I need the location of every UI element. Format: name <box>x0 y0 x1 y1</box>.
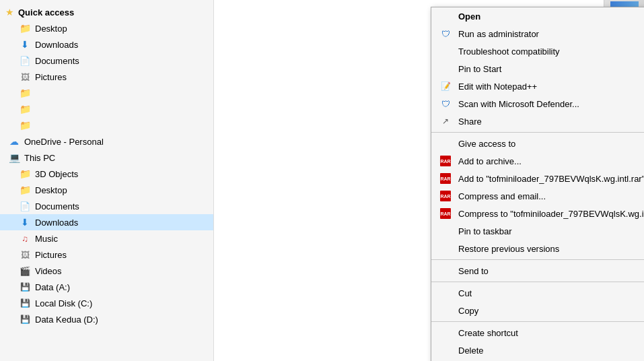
cm-separator <box>431 259 644 260</box>
cm-troubleshoot[interactable]: Troubleshoot compatibility <box>431 42 644 60</box>
cm-item-label: Scan with Microsoft Defender... <box>458 99 579 109</box>
sidebar-item-downloads-qa[interactable]: ⬇ Downloads <box>0 36 213 53</box>
cm-give-access[interactable]: Give access to ▶ <box>431 135 644 152</box>
folder-icon: 📁 <box>19 168 31 180</box>
cm-edit-notepad[interactable]: 📝 Edit with Notepad++ <box>431 77 644 95</box>
cm-item-label: Open <box>458 11 480 22</box>
drive-icon: 💾 <box>19 297 31 309</box>
document-icon: 📄 <box>19 200 31 212</box>
cm-share[interactable]: ↗ Share <box>431 112 644 130</box>
cm-cut[interactable]: Cut <box>431 284 644 302</box>
cm-item-label: Restore previous versions <box>458 244 559 254</box>
sidebar-item-desktop-qa[interactable]: 📁 Desktop <box>0 20 213 36</box>
sidebar-item-videos[interactable]: 🎬 Videos <box>0 263 213 279</box>
cm-item-label: Compress and email... <box>458 191 546 201</box>
sidebar-item-documents-pc[interactable]: 📄 Documents <box>0 198 213 214</box>
pictures-icon: 🖼 <box>19 249 31 261</box>
cm-item-label: Send to <box>458 266 489 276</box>
folder-icon: 📁 <box>19 22 31 34</box>
computer-icon: 💻 <box>8 152 20 164</box>
main-content-area: 🌐 hiloa797BEVWqlsK.wg.intl Open 🛡 Run as… <box>214 0 644 361</box>
yellow-folder-icon: 📁 <box>19 103 31 115</box>
sidebar-item-label: Pictures <box>35 250 67 260</box>
sidebar-item-data-d[interactable]: 💾 Data Kedua (D:) <box>0 311 213 327</box>
rar-icon: RAR <box>439 190 452 202</box>
video-icon: 🎬 <box>19 265 31 277</box>
rar-icon: RAR <box>439 207 452 220</box>
rar-icon: RAR <box>439 172 452 185</box>
music-icon: ♫ <box>19 232 31 244</box>
cm-item-label: Edit with Notepad++ <box>458 81 537 92</box>
cm-item-label: Pin to Start <box>458 64 501 74</box>
sidebar-item-label: 3D Objects <box>35 169 78 179</box>
sidebar-item-local-c[interactable]: 💾 Local Disk (C:) <box>0 295 213 311</box>
rar-icon: RAR <box>439 155 452 167</box>
cm-item-label: Pin to taskbar <box>458 226 512 236</box>
cm-item-label: Troubleshoot compatibility <box>458 46 560 57</box>
onedrive-icon: ☁ <box>8 135 20 147</box>
pictures-icon: 🖼 <box>19 71 31 83</box>
sidebar-item-folder3[interactable]: 📁 <box>0 117 213 133</box>
cm-send-to[interactable]: Send to ▶ <box>431 262 644 280</box>
cm-pin-taskbar[interactable]: Pin to taskbar <box>431 222 644 240</box>
sidebar-item-music[interactable]: ♫ Music <box>0 230 213 247</box>
sidebar-item-documents-qa[interactable]: 📄 Documents <box>0 53 213 69</box>
cm-create-shortcut[interactable]: Create shortcut <box>431 324 644 341</box>
sidebar-item-thispc[interactable]: 💻 This PC <box>0 150 213 166</box>
sidebar-item-label: Pictures <box>35 72 67 82</box>
cm-item-label: Give access to <box>458 139 515 149</box>
file-explorer-sidebar: ★ Quick access 📁 Desktop ⬇ Downloads 📄 D… <box>0 0 214 361</box>
sidebar-item-onedrive[interactable]: ☁ OneDrive - Personal <box>0 133 213 150</box>
yellow-folder-icon: 📁 <box>19 119 31 131</box>
cm-open[interactable]: Open <box>431 7 644 25</box>
cm-item-label: Create shortcut <box>458 328 518 338</box>
sidebar-item-label: Data Kedua (D:) <box>35 315 98 325</box>
cm-compress-rar-email[interactable]: RAR Compress to "tofminiloader_797BEVWql… <box>431 205 644 222</box>
cm-compress-email[interactable]: RAR Compress and email... <box>431 187 644 205</box>
defender-icon: 🛡 <box>439 98 452 110</box>
sidebar-item-label: Desktop <box>35 185 67 195</box>
sidebar-item-pictures-qa[interactable]: 🖼 Pictures <box>0 69 213 85</box>
cm-add-rar[interactable]: RAR Add to "tofminiloader_797BEVWqlsK.wg… <box>431 170 644 187</box>
sidebar-item-3dobjects[interactable]: 📁 3D Objects <box>0 166 213 182</box>
sidebar-item-downloads-pc[interactable]: ⬇ Downloads <box>0 214 213 230</box>
cm-run-admin[interactable]: 🛡 Run as administrator <box>431 25 644 42</box>
cm-item-label: Cut <box>458 288 472 298</box>
quick-access-label: Quick access <box>18 7 74 18</box>
cm-add-archive[interactable]: RAR Add to archive... <box>431 152 644 170</box>
cm-item-label: Compress to "tofminiloader_797BEVWqlsK.w… <box>458 209 644 219</box>
sidebar-item-pictures-pc[interactable]: 🖼 Pictures <box>0 247 213 263</box>
cm-restore-versions[interactable]: Restore previous versions <box>431 240 644 257</box>
cm-pin-start[interactable]: Pin to Start <box>431 60 644 77</box>
cm-separator <box>431 321 644 322</box>
sidebar-item-label: Documents <box>35 201 79 211</box>
document-icon: 📄 <box>19 55 31 67</box>
sidebar-item-label: Desktop <box>35 24 67 34</box>
cm-item-label: Run as administrator <box>458 29 539 39</box>
share-icon: ↗ <box>439 115 452 127</box>
downloads-icon: ⬇ <box>19 38 31 51</box>
shield-icon: 🛡 <box>439 28 452 40</box>
sidebar-item-label: Downloads <box>35 218 78 228</box>
cm-item-label: Delete <box>458 346 484 356</box>
sidebar-item-desktop-pc[interactable]: 📁 Desktop <box>0 182 213 198</box>
cm-item-label: Share <box>458 117 482 127</box>
sidebar-item-data-a[interactable]: 💾 Data (A:) <box>0 279 213 295</box>
cm-separator <box>431 132 644 133</box>
star-icon: ★ <box>5 7 14 18</box>
sidebar-item-label: This PC <box>24 153 55 163</box>
sidebar-item-label: Documents <box>35 56 79 66</box>
context-menu: Open 🛡 Run as administrator Troubleshoot… <box>431 7 644 361</box>
cm-separator <box>431 282 644 282</box>
cm-item-label: Copy <box>458 306 478 316</box>
sidebar-item-folder1[interactable]: 📁 <box>0 85 213 101</box>
notepad-icon: 📝 <box>439 80 452 92</box>
cm-scan-defender[interactable]: 🛡 Scan with Microsoft Defender... <box>431 95 644 112</box>
cm-delete[interactable]: Delete <box>431 341 644 359</box>
cm-copy[interactable]: Copy <box>431 302 644 319</box>
sidebar-item-label: Music <box>35 234 58 244</box>
downloads-icon: ⬇ <box>19 216 31 228</box>
sidebar-item-folder2[interactable]: 📁 <box>0 101 213 117</box>
drive-icon: 💾 <box>19 281 31 293</box>
yellow-folder-icon: 📁 <box>19 87 31 99</box>
